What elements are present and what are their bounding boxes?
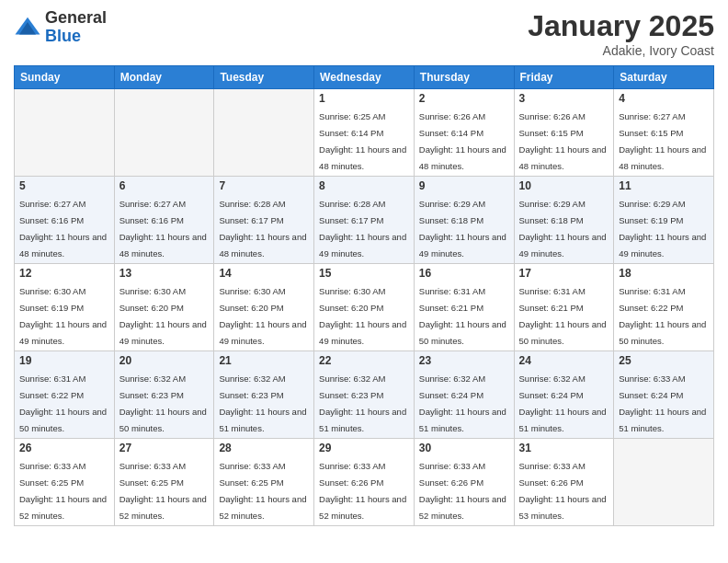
calendar-week-row: 12 Sunrise: 6:30 AMSunset: 6:19 PMDaylig… — [15, 264, 714, 351]
day-info: Sunrise: 6:27 AMSunset: 6:16 PMDaylight:… — [19, 199, 107, 259]
day-number: 3 — [519, 92, 609, 105]
table-row: 11 Sunrise: 6:29 AMSunset: 6:19 PMDaylig… — [614, 177, 714, 264]
day-number: 28 — [219, 442, 309, 454]
day-info: Sunrise: 6:30 AMSunset: 6:20 PMDaylight:… — [219, 286, 306, 346]
day-number: 10 — [519, 179, 609, 192]
day-info: Sunrise: 6:32 AMSunset: 6:23 PMDaylight:… — [119, 373, 207, 433]
table-row: 15 Sunrise: 6:30 AMSunset: 6:20 PMDaylig… — [314, 264, 415, 351]
table-row: 31 Sunrise: 6:33 AMSunset: 6:26 PMDaylig… — [514, 439, 614, 526]
col-monday: Monday — [114, 66, 214, 89]
day-number: 27 — [119, 442, 210, 454]
day-info: Sunrise: 6:29 AMSunset: 6:19 PMDaylight:… — [619, 199, 706, 259]
day-number: 11 — [619, 179, 709, 192]
day-info: Sunrise: 6:26 AMSunset: 6:15 PMDaylight:… — [519, 111, 607, 171]
logo-general-text: General — [45, 9, 107, 28]
table-row: 7 Sunrise: 6:28 AMSunset: 6:17 PMDayligh… — [214, 177, 314, 264]
logo-icon — [14, 14, 41, 41]
day-info: Sunrise: 6:33 AMSunset: 6:26 PMDaylight:… — [319, 461, 406, 521]
day-number: 25 — [619, 354, 709, 367]
table-row: 1 Sunrise: 6:25 AMSunset: 6:14 PMDayligh… — [314, 89, 415, 177]
day-number: 4 — [619, 92, 709, 105]
logo: General Blue — [14, 9, 107, 46]
table-row: 17 Sunrise: 6:31 AMSunset: 6:21 PMDaylig… — [514, 264, 614, 351]
table-row — [214, 89, 314, 177]
day-info: Sunrise: 6:33 AMSunset: 6:25 PMDaylight:… — [219, 461, 306, 521]
table-row: 24 Sunrise: 6:32 AMSunset: 6:24 PMDaylig… — [514, 351, 614, 439]
day-number: 22 — [319, 354, 409, 367]
day-number: 20 — [119, 354, 210, 367]
calendar-week-row: 26 Sunrise: 6:33 AMSunset: 6:25 PMDaylig… — [15, 439, 714, 526]
table-row: 30 Sunrise: 6:33 AMSunset: 6:26 PMDaylig… — [414, 439, 514, 526]
table-row: 5 Sunrise: 6:27 AMSunset: 6:16 PMDayligh… — [15, 177, 115, 264]
table-row: 14 Sunrise: 6:30 AMSunset: 6:20 PMDaylig… — [214, 264, 314, 351]
day-number: 12 — [19, 267, 109, 280]
day-info: Sunrise: 6:30 AMSunset: 6:20 PMDaylight:… — [319, 286, 406, 346]
table-row: 26 Sunrise: 6:33 AMSunset: 6:25 PMDaylig… — [15, 439, 115, 526]
day-number: 18 — [619, 267, 709, 280]
calendar-table: Sunday Monday Tuesday Wednesday Thursday… — [14, 65, 714, 526]
day-number: 26 — [19, 442, 109, 454]
page: General Blue January 2025 Adakie, Ivory … — [0, 0, 728, 563]
day-number: 5 — [19, 179, 109, 192]
day-info: Sunrise: 6:33 AMSunset: 6:25 PMDaylight:… — [19, 461, 107, 521]
logo-text: General Blue — [45, 9, 107, 46]
weekday-header-row: Sunday Monday Tuesday Wednesday Thursday… — [15, 66, 714, 89]
day-number: 6 — [119, 179, 210, 192]
day-number: 21 — [219, 354, 309, 367]
day-number: 1 — [319, 92, 409, 105]
day-info: Sunrise: 6:25 AMSunset: 6:14 PMDaylight:… — [319, 111, 406, 171]
day-info: Sunrise: 6:29 AMSunset: 6:18 PMDaylight:… — [419, 199, 506, 259]
day-info: Sunrise: 6:31 AMSunset: 6:22 PMDaylight:… — [19, 373, 107, 433]
table-row: 28 Sunrise: 6:33 AMSunset: 6:25 PMDaylig… — [214, 439, 314, 526]
day-number: 8 — [319, 179, 409, 192]
day-info: Sunrise: 6:31 AMSunset: 6:22 PMDaylight:… — [619, 286, 706, 346]
table-row: 12 Sunrise: 6:30 AMSunset: 6:19 PMDaylig… — [15, 264, 115, 351]
day-info: Sunrise: 6:33 AMSunset: 6:25 PMDaylight:… — [119, 461, 207, 521]
table-row: 8 Sunrise: 6:28 AMSunset: 6:17 PMDayligh… — [314, 177, 415, 264]
day-number: 13 — [119, 267, 210, 280]
day-info: Sunrise: 6:33 AMSunset: 6:26 PMDaylight:… — [519, 461, 607, 521]
day-number: 2 — [419, 92, 509, 105]
day-info: Sunrise: 6:27 AMSunset: 6:16 PMDaylight:… — [119, 199, 207, 259]
table-row: 21 Sunrise: 6:32 AMSunset: 6:23 PMDaylig… — [214, 351, 314, 439]
col-thursday: Thursday — [414, 66, 514, 89]
day-number: 17 — [519, 267, 609, 280]
table-row: 19 Sunrise: 6:31 AMSunset: 6:22 PMDaylig… — [15, 351, 115, 439]
header: General Blue January 2025 Adakie, Ivory … — [14, 9, 714, 58]
day-number: 9 — [419, 179, 509, 192]
table-row: 9 Sunrise: 6:29 AMSunset: 6:18 PMDayligh… — [414, 177, 514, 264]
table-row — [15, 89, 115, 177]
calendar-week-row: 19 Sunrise: 6:31 AMSunset: 6:22 PMDaylig… — [15, 351, 714, 439]
col-wednesday: Wednesday — [314, 66, 415, 89]
day-info: Sunrise: 6:30 AMSunset: 6:19 PMDaylight:… — [19, 286, 107, 346]
day-info: Sunrise: 6:32 AMSunset: 6:23 PMDaylight:… — [319, 373, 406, 433]
table-row: 25 Sunrise: 6:33 AMSunset: 6:24 PMDaylig… — [614, 351, 714, 439]
day-info: Sunrise: 6:31 AMSunset: 6:21 PMDaylight:… — [419, 286, 506, 346]
table-row: 29 Sunrise: 6:33 AMSunset: 6:26 PMDaylig… — [314, 439, 415, 526]
table-row: 13 Sunrise: 6:30 AMSunset: 6:20 PMDaylig… — [114, 264, 214, 351]
title-block: January 2025 Adakie, Ivory Coast — [528, 9, 714, 58]
day-info: Sunrise: 6:28 AMSunset: 6:17 PMDaylight:… — [319, 199, 406, 259]
day-number: 24 — [519, 354, 609, 367]
day-number: 14 — [219, 267, 309, 280]
day-info: Sunrise: 6:29 AMSunset: 6:18 PMDaylight:… — [519, 199, 607, 259]
day-number: 23 — [419, 354, 509, 367]
table-row: 22 Sunrise: 6:32 AMSunset: 6:23 PMDaylig… — [314, 351, 415, 439]
table-row: 4 Sunrise: 6:27 AMSunset: 6:15 PMDayligh… — [614, 89, 714, 177]
day-number: 31 — [519, 442, 609, 454]
day-number: 29 — [319, 442, 409, 454]
col-saturday: Saturday — [614, 66, 714, 89]
day-info: Sunrise: 6:28 AMSunset: 6:17 PMDaylight:… — [219, 199, 306, 259]
day-number: 15 — [319, 267, 409, 280]
table-row — [614, 439, 714, 526]
day-info: Sunrise: 6:31 AMSunset: 6:21 PMDaylight:… — [519, 286, 607, 346]
table-row: 10 Sunrise: 6:29 AMSunset: 6:18 PMDaylig… — [514, 177, 614, 264]
logo-blue-text: Blue — [45, 28, 107, 46]
day-info: Sunrise: 6:27 AMSunset: 6:15 PMDaylight:… — [619, 111, 706, 171]
day-number: 19 — [19, 354, 109, 367]
table-row: 20 Sunrise: 6:32 AMSunset: 6:23 PMDaylig… — [114, 351, 214, 439]
table-row — [114, 89, 214, 177]
day-info: Sunrise: 6:32 AMSunset: 6:23 PMDaylight:… — [219, 373, 306, 433]
day-info: Sunrise: 6:32 AMSunset: 6:24 PMDaylight:… — [519, 373, 607, 433]
day-number: 16 — [419, 267, 509, 280]
